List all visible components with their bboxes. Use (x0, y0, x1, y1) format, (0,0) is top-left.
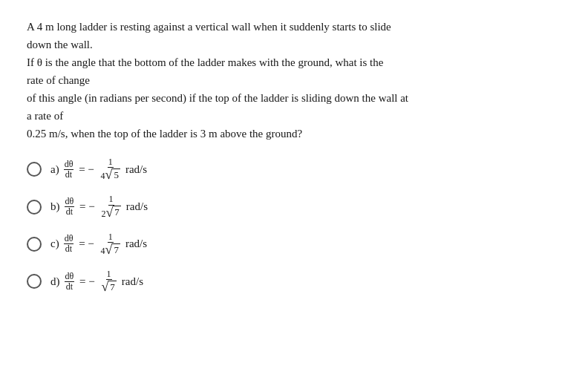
radio-a[interactable] (27, 162, 42, 177)
question-line7: 0.25 m/s, when the top of the ladder is … (27, 128, 302, 140)
fraction-b: 1 2√7 (100, 194, 121, 218)
question-line6: a rate of (27, 110, 63, 122)
option-a-math: dθ dt = − 1 4√5 rad/s (64, 157, 147, 181)
option-b-label: b) dθ dt = − 1 2√7 rad/s (50, 194, 148, 218)
question-line3: If θ is the angle that the bottom of the… (27, 56, 383, 68)
dtheta-dt-a: dθ dt (64, 160, 74, 180)
equals-b: = − (76, 200, 97, 213)
option-b-letter: b) (50, 200, 60, 213)
rad-s-a: rad/s (125, 163, 147, 176)
option-b-math: dθ dt = − 1 2√7 rad/s (65, 194, 148, 218)
option-c-label: c) dθ dt = − 1 4√7 rad/s (50, 232, 147, 256)
question-line1: A 4 m long ladder is resting against a v… (27, 21, 391, 33)
question-line2: down the wall. (27, 39, 93, 50)
question-block: A 4 m long ladder is resting against a v… (27, 18, 561, 294)
option-c[interactable]: c) dθ dt = − 1 4√7 rad/s (27, 232, 561, 256)
option-d[interactable]: d) dθ dt = − 1 √7 rad/s (27, 269, 561, 293)
radio-c[interactable] (27, 237, 42, 252)
option-c-math: dθ dt = − 1 4√7 rad/s (64, 232, 147, 256)
option-d-math: dθ dt = − 1 √7 rad/s (65, 269, 143, 293)
equals-a: = − (76, 163, 97, 176)
radio-d[interactable] (27, 274, 42, 289)
rad-s-c: rad/s (125, 238, 147, 250)
dtheta-dt-c: dθ dt (64, 234, 74, 254)
fraction-c: 1 4√7 (100, 232, 121, 256)
equals-d: = − (76, 275, 97, 288)
rad-s-d: rad/s (122, 275, 143, 288)
option-b[interactable]: b) dθ dt = − 1 2√7 rad/s (27, 194, 561, 218)
option-c-letter: c) (50, 238, 59, 250)
option-a[interactable]: a) dθ dt = − 1 4√5 rad/s (27, 157, 561, 181)
rad-s-b: rad/s (126, 200, 148, 213)
dtheta-dt-b: dθ dt (65, 197, 75, 217)
dtheta-dt-d: dθ dt (65, 272, 75, 292)
equals-c: = − (76, 238, 97, 250)
question-text: A 4 m long ladder is resting against a v… (27, 18, 561, 143)
question-line5: of this angle (in radians per second) if… (27, 92, 408, 104)
question-line4: rate of change (27, 74, 90, 86)
option-d-letter: d) (50, 275, 60, 288)
option-a-letter: a) (50, 163, 59, 176)
options-list: a) dθ dt = − 1 4√5 rad/s (27, 157, 561, 294)
option-d-label: d) dθ dt = − 1 √7 rad/s (50, 269, 143, 293)
fraction-a: 1 4√5 (100, 157, 121, 181)
option-a-label: a) dθ dt = − 1 4√5 rad/s (50, 157, 147, 181)
radio-b[interactable] (27, 200, 42, 215)
fraction-d: 1 √7 (100, 269, 117, 293)
